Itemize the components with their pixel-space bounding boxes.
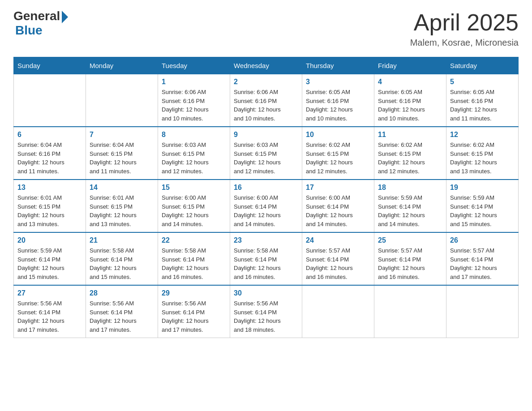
calendar-cell: 6Sunrise: 6:04 AM Sunset: 6:16 PM Daylig…: [14, 127, 86, 180]
calendar-cell: 5Sunrise: 6:05 AM Sunset: 6:16 PM Daylig…: [446, 74, 519, 127]
day-info: Sunrise: 6:02 AM Sunset: 6:15 PM Dayligh…: [306, 141, 370, 176]
calendar-cell: 10Sunrise: 6:02 AM Sunset: 6:15 PM Dayli…: [302, 127, 374, 180]
day-number: 27: [17, 289, 82, 297]
day-info: Sunrise: 6:04 AM Sunset: 6:15 PM Dayligh…: [90, 141, 154, 176]
calendar-cell: 20Sunrise: 5:59 AM Sunset: 6:14 PM Dayli…: [14, 232, 86, 285]
day-info: Sunrise: 6:06 AM Sunset: 6:16 PM Dayligh…: [162, 88, 226, 123]
calendar-cell: 29Sunrise: 5:56 AM Sunset: 6:14 PM Dayli…: [158, 285, 230, 338]
calendar-week-row: 1Sunrise: 6:06 AM Sunset: 6:16 PM Daylig…: [14, 74, 519, 127]
day-info: Sunrise: 6:01 AM Sunset: 6:15 PM Dayligh…: [17, 193, 82, 228]
day-number: 14: [90, 184, 154, 192]
day-number: 5: [450, 78, 515, 86]
day-number: 29: [162, 289, 226, 297]
day-info: Sunrise: 6:05 AM Sunset: 6:16 PM Dayligh…: [378, 88, 442, 123]
day-info: Sunrise: 6:00 AM Sunset: 6:14 PM Dayligh…: [306, 193, 370, 228]
day-of-week-header: Tuesday: [158, 57, 230, 74]
calendar-cell: 17Sunrise: 6:00 AM Sunset: 6:14 PM Dayli…: [302, 180, 374, 232]
day-number: 21: [90, 236, 154, 244]
day-info: Sunrise: 6:05 AM Sunset: 6:16 PM Dayligh…: [306, 88, 370, 123]
day-number: 8: [162, 131, 226, 139]
calendar-cell: 21Sunrise: 5:58 AM Sunset: 6:14 PM Dayli…: [86, 232, 158, 285]
calendar-cell: 14Sunrise: 6:01 AM Sunset: 6:15 PM Dayli…: [86, 180, 158, 232]
logo-blue-text: Blue: [15, 23, 43, 38]
calendar-cell: [446, 285, 519, 338]
day-info: Sunrise: 5:56 AM Sunset: 6:14 PM Dayligh…: [17, 299, 82, 334]
day-number: 7: [90, 131, 154, 139]
calendar-cell: 22Sunrise: 5:58 AM Sunset: 6:14 PM Dayli…: [158, 232, 230, 285]
day-number: 18: [378, 184, 442, 192]
day-number: 19: [450, 184, 515, 192]
logo-arrow-icon: [62, 11, 68, 23]
calendar-week-row: 6Sunrise: 6:04 AM Sunset: 6:16 PM Daylig…: [14, 127, 519, 180]
day-number: 3: [306, 78, 370, 86]
day-info: Sunrise: 5:56 AM Sunset: 6:14 PM Dayligh…: [162, 299, 226, 334]
calendar-cell: 18Sunrise: 5:59 AM Sunset: 6:14 PM Dayli…: [374, 180, 446, 232]
calendar-cell: 16Sunrise: 6:00 AM Sunset: 6:14 PM Dayli…: [230, 180, 302, 232]
calendar-cell: 2Sunrise: 6:06 AM Sunset: 6:16 PM Daylig…: [230, 74, 302, 127]
day-info: Sunrise: 5:57 AM Sunset: 6:14 PM Dayligh…: [450, 246, 515, 281]
day-info: Sunrise: 5:58 AM Sunset: 6:14 PM Dayligh…: [90, 246, 154, 281]
day-number: 13: [17, 184, 82, 192]
calendar-cell: 11Sunrise: 6:02 AM Sunset: 6:15 PM Dayli…: [374, 127, 446, 180]
calendar-week-row: 13Sunrise: 6:01 AM Sunset: 6:15 PM Dayli…: [14, 180, 519, 232]
day-number: 11: [378, 131, 442, 139]
day-info: Sunrise: 6:03 AM Sunset: 6:15 PM Dayligh…: [162, 141, 226, 176]
day-info: Sunrise: 6:05 AM Sunset: 6:16 PM Dayligh…: [450, 88, 515, 123]
day-of-week-header: Wednesday: [230, 57, 302, 74]
logo: General Blue: [13, 9, 68, 38]
calendar-cell: 30Sunrise: 5:56 AM Sunset: 6:14 PM Dayli…: [230, 285, 302, 338]
calendar-week-row: 20Sunrise: 5:59 AM Sunset: 6:14 PM Dayli…: [14, 232, 519, 285]
day-info: Sunrise: 5:58 AM Sunset: 6:14 PM Dayligh…: [162, 246, 226, 281]
day-number: 2: [234, 78, 298, 86]
day-number: 16: [234, 184, 298, 192]
day-number: 6: [17, 131, 82, 139]
calendar-cell: 19Sunrise: 5:59 AM Sunset: 6:14 PM Dayli…: [446, 180, 519, 232]
day-info: Sunrise: 5:58 AM Sunset: 6:14 PM Dayligh…: [234, 246, 298, 281]
calendar-cell: 13Sunrise: 6:01 AM Sunset: 6:15 PM Dayli…: [14, 180, 86, 232]
calendar-table: SundayMondayTuesdayWednesdayThursdayFrid…: [13, 57, 519, 338]
day-number: 24: [306, 236, 370, 244]
calendar-cell: 15Sunrise: 6:00 AM Sunset: 6:15 PM Dayli…: [158, 180, 230, 232]
logo-general-text: General: [13, 9, 60, 23]
calendar-cell: [14, 74, 86, 127]
day-info: Sunrise: 5:56 AM Sunset: 6:14 PM Dayligh…: [234, 299, 298, 334]
day-of-week-header: Thursday: [302, 57, 374, 74]
day-number: 26: [450, 236, 515, 244]
days-header-row: SundayMondayTuesdayWednesdayThursdayFrid…: [14, 57, 519, 74]
calendar-cell: 7Sunrise: 6:04 AM Sunset: 6:15 PM Daylig…: [86, 127, 158, 180]
day-number: 30: [234, 289, 298, 297]
day-info: Sunrise: 6:06 AM Sunset: 6:16 PM Dayligh…: [234, 88, 298, 123]
day-of-week-header: Saturday: [446, 57, 519, 74]
calendar-cell: 28Sunrise: 5:56 AM Sunset: 6:14 PM Dayli…: [86, 285, 158, 338]
calendar-cell: [86, 74, 158, 127]
day-of-week-header: Monday: [86, 57, 158, 74]
day-number: 10: [306, 131, 370, 139]
calendar-cell: 4Sunrise: 6:05 AM Sunset: 6:16 PM Daylig…: [374, 74, 446, 127]
calendar-cell: 3Sunrise: 6:05 AM Sunset: 6:16 PM Daylig…: [302, 74, 374, 127]
calendar-week-row: 27Sunrise: 5:56 AM Sunset: 6:14 PM Dayli…: [14, 285, 519, 338]
day-info: Sunrise: 6:04 AM Sunset: 6:16 PM Dayligh…: [17, 141, 82, 176]
day-info: Sunrise: 5:59 AM Sunset: 6:14 PM Dayligh…: [378, 193, 442, 228]
day-number: 1: [162, 78, 226, 86]
title-section: April 2025 Malem, Kosrae, Micronesia: [410, 9, 519, 48]
calendar-cell: 27Sunrise: 5:56 AM Sunset: 6:14 PM Dayli…: [14, 285, 86, 338]
day-info: Sunrise: 6:00 AM Sunset: 6:14 PM Dayligh…: [234, 193, 298, 228]
calendar-cell: 25Sunrise: 5:57 AM Sunset: 6:14 PM Dayli…: [374, 232, 446, 285]
calendar-cell: 8Sunrise: 6:03 AM Sunset: 6:15 PM Daylig…: [158, 127, 230, 180]
calendar-cell: 24Sunrise: 5:57 AM Sunset: 6:14 PM Dayli…: [302, 232, 374, 285]
day-of-week-header: Sunday: [14, 57, 86, 74]
calendar-cell: 26Sunrise: 5:57 AM Sunset: 6:14 PM Dayli…: [446, 232, 519, 285]
day-number: 20: [17, 236, 82, 244]
day-number: 15: [162, 184, 226, 192]
month-title: April 2025: [410, 9, 519, 36]
day-number: 23: [234, 236, 298, 244]
day-number: 17: [306, 184, 370, 192]
calendar-cell: 23Sunrise: 5:58 AM Sunset: 6:14 PM Dayli…: [230, 232, 302, 285]
day-info: Sunrise: 5:57 AM Sunset: 6:14 PM Dayligh…: [378, 246, 442, 281]
day-info: Sunrise: 5:57 AM Sunset: 6:14 PM Dayligh…: [306, 246, 370, 281]
day-info: Sunrise: 6:01 AM Sunset: 6:15 PM Dayligh…: [90, 193, 154, 228]
day-info: Sunrise: 5:59 AM Sunset: 6:14 PM Dayligh…: [17, 246, 82, 281]
day-number: 12: [450, 131, 515, 139]
day-number: 22: [162, 236, 226, 244]
day-number: 25: [378, 236, 442, 244]
